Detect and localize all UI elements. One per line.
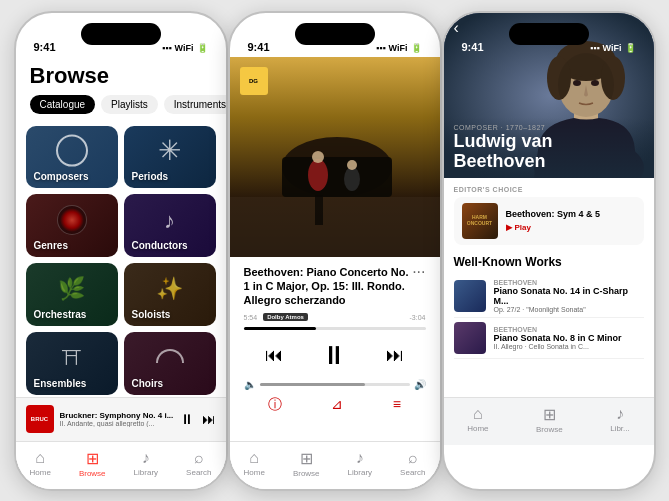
vol-max-icon: 🔊 [414, 379, 426, 390]
tab-library-3[interactable]: ♪ Libr... [610, 405, 630, 433]
composer-detail-scroll: EDITOR'S CHOICE HARMONCOURT Beethoven: S… [444, 178, 654, 397]
grid-item-ensembles[interactable]: ⛩ Ensembles [26, 332, 118, 395]
home-icon-2: ⌂ [249, 449, 259, 467]
airplay-button[interactable]: ⊿ [331, 396, 343, 414]
genres-label: Genres [34, 240, 68, 251]
browse-icon-3: ⊞ [543, 405, 556, 424]
time-2: 9:41 [248, 41, 270, 53]
tab-browse-2[interactable]: ⊞ Browse [293, 449, 320, 478]
time-3: 9:41 [462, 41, 484, 53]
ec-card[interactable]: HARMONCOURT Beethoven: Sym 4 & 5 ▶ Play [454, 197, 644, 245]
browse-icon-1: ⊞ [86, 449, 99, 468]
forward-button[interactable]: ⏭ [382, 341, 408, 370]
browse-header: Browse Catalogue Playlists Instruments [16, 57, 226, 124]
now-playing-screen: DG ··· Beethoven: Piano Concerto No. 1 [230, 57, 440, 489]
composer-name: Ludwig van Beethoven [454, 132, 644, 172]
tab-playlists[interactable]: Playlists [101, 95, 158, 114]
tab-browse-1[interactable]: ⊞ Browse [79, 449, 106, 478]
battery-icon-2: 🔋 [411, 43, 422, 53]
grid-item-orchestras[interactable]: 🌿 Orchestras [26, 263, 118, 326]
pause-button[interactable]: ⏸ [321, 340, 347, 371]
phone-composer-detail: 9:41 ▪▪▪ WiFi 🔋 [442, 11, 656, 491]
mini-forward-button[interactable]: ⏭ [202, 411, 216, 427]
vol-min-icon: 🔈 [244, 379, 256, 390]
np-progress[interactable] [230, 323, 440, 334]
tab-home-3[interactable]: ⌂ Home [467, 405, 488, 433]
time-1: 9:41 [34, 41, 56, 53]
search-label-1: Search [186, 468, 211, 477]
ec-play-button[interactable]: ▶ Play [506, 223, 636, 232]
wk-subtitle-1: II. Allegro · Cello Sonata in C... [494, 343, 644, 350]
queue-button[interactable]: ≡ [393, 396, 401, 414]
grid-item-composers[interactable]: Composers [26, 126, 118, 189]
mini-controls: ⏸ ⏭ [180, 411, 216, 427]
np-extras: ⓘ ⊿ ≡ [230, 392, 440, 418]
tab-search-1[interactable]: ⌕ Search [186, 449, 211, 477]
wifi-icon-1: WiFi [175, 43, 194, 53]
np-volume: 🔈 🔊 [230, 377, 440, 392]
browse-tabs: Catalogue Playlists Instruments [30, 95, 212, 114]
np-more-button[interactable]: ··· [412, 263, 425, 281]
svg-rect-2 [282, 157, 392, 197]
browse-label-2: Browse [293, 469, 320, 478]
tab-home-2[interactable]: ⌂ Home [244, 449, 265, 477]
volume-bar-fill [260, 383, 365, 386]
periods-label: Periods [132, 171, 169, 182]
grid-item-genres[interactable]: Genres [26, 194, 118, 257]
grid-item-periods[interactable]: ✳ Periods [124, 126, 216, 189]
status-bar-3: 9:41 ▪▪▪ WiFi 🔋 [444, 13, 654, 57]
wk-title-0: Piano Sonata No. 14 in C-Sharp M... [494, 286, 644, 306]
wk-item-0[interactable]: BEETHOVEN Piano Sonata No. 14 in C-Sharp… [454, 275, 644, 318]
np-title: Beethoven: Piano Concerto No. 1 in C Maj… [244, 265, 426, 308]
grid-item-soloists[interactable]: ✨ Soloists [124, 263, 216, 326]
orchestras-label: Orchestras [34, 309, 87, 320]
tab-catalogue[interactable]: Catalogue [30, 95, 96, 114]
album-art: DG [230, 57, 440, 257]
genres-icon [57, 205, 87, 235]
svg-point-4 [308, 159, 328, 191]
library-icon-2: ♪ [356, 449, 364, 467]
mini-album-art: BRUC [26, 405, 54, 433]
progress-bar-bg [244, 327, 426, 330]
orchestras-icon: 🌿 [58, 276, 85, 302]
soloists-icon: ✨ [156, 276, 183, 302]
piano-svg [230, 57, 440, 257]
mini-player-title: Bruckner: Symphony No. 4 i... [60, 411, 174, 420]
tab-library-2[interactable]: ♪ Library [348, 449, 372, 477]
well-known-header: Well-Known Works [454, 255, 644, 269]
wk-composer-1: BEETHOVEN [494, 326, 644, 333]
np-controls: ⏮ ⏸ ⏭ [230, 334, 440, 377]
dynamic-island-1 [81, 23, 161, 45]
browse-screen: Browse Catalogue Playlists Instruments C… [16, 57, 226, 489]
volume-bar-bg[interactable] [260, 383, 410, 386]
np-song-info: ··· Beethoven: Piano Concerto No. 1 in C… [230, 257, 440, 312]
grid-item-choirs[interactable]: Choirs [124, 332, 216, 395]
editors-choice: EDITOR'S CHOICE HARMONCOURT Beethoven: S… [454, 186, 644, 245]
tab-bar-1: ⌂ Home ⊞ Browse ♪ Library ⌕ Search [16, 441, 226, 489]
tab-home-1[interactable]: ⌂ Home [30, 449, 51, 477]
info-button[interactable]: ⓘ [268, 396, 282, 414]
library-label-3: Libr... [610, 424, 630, 433]
wk-item-1[interactable]: BEETHOVEN Piano Sonata No. 8 in C Minor … [454, 318, 644, 359]
well-known-works: Well-Known Works BEETHOVEN Piano Sonata … [454, 255, 644, 359]
mini-player[interactable]: BRUC Bruckner: Symphony No. 4 i... II. A… [16, 397, 226, 441]
conductors-icon: ♪ [164, 207, 175, 233]
composer-meta: COMPOSER · 1770–1827 Ludwig van Beethove… [444, 124, 654, 172]
ec-header: EDITOR'S CHOICE [454, 186, 644, 193]
home-icon-3: ⌂ [473, 405, 483, 423]
ec-album-label: HARMONCOURT [467, 215, 492, 226]
mini-pause-button[interactable]: ⏸ [180, 411, 194, 427]
phone-browse: 9:41 ▪▪▪ WiFi 🔋 Browse Catalogue Playlis… [14, 11, 228, 491]
tab-bar-3: ⌂ Home ⊞ Browse ♪ Libr... [444, 397, 654, 445]
wk-info-0: BEETHOVEN Piano Sonata No. 14 in C-Sharp… [494, 279, 644, 313]
tab-search-2[interactable]: ⌕ Search [400, 449, 425, 477]
tab-library-1[interactable]: ♪ Library [134, 449, 158, 477]
choirs-icon [156, 349, 184, 363]
library-icon-3: ♪ [616, 405, 624, 423]
rewind-button[interactable]: ⏮ [261, 341, 287, 370]
tab-instruments[interactable]: Instruments [164, 95, 228, 114]
wk-title-1: Piano Sonata No. 8 in C Minor [494, 333, 644, 343]
play-label: Play [515, 223, 531, 232]
tab-browse-3[interactable]: ⊞ Browse [536, 405, 563, 434]
grid-item-conductors[interactable]: ♪ Conductors [124, 194, 216, 257]
